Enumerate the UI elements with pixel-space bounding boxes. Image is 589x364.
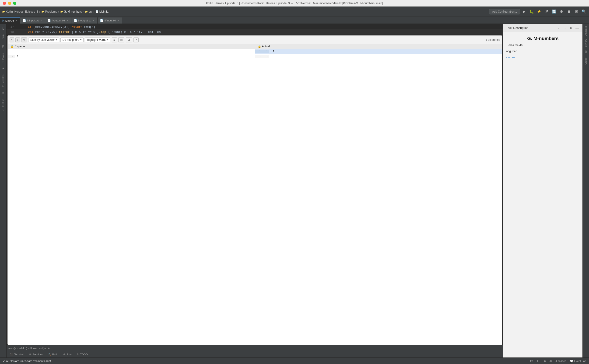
breadcrumb-gmumbers[interactable]: 📁 G. M-numbers — [60, 10, 82, 13]
profile-button[interactable]: ⏱ — [543, 8, 550, 15]
reload-button[interactable]: 🔃 — [551, 8, 557, 15]
folder-icon-3: 📁 — [60, 10, 63, 13]
layout-button[interactable]: ⊞ — [573, 8, 580, 15]
file-icon-3: 📄 — [74, 19, 77, 22]
kotlin-icon: K — [2, 19, 4, 22]
expected-lines[interactable]: 1 1 — [8, 49, 255, 345]
sidebar-sciview[interactable]: SciView — [584, 38, 588, 48]
settings-button[interactable]: ⚙ — [558, 8, 565, 15]
sidebar-task[interactable]: Task — [584, 48, 588, 56]
breadcrumb-src[interactable]: 📁 src — [85, 10, 92, 13]
diff-edit-btn[interactable]: ✎ — [21, 37, 27, 42]
breadcrumb-sep-1: › — [39, 10, 40, 13]
window-title: Kotlin_Heroes_Episode_3 [~/Documents/Kot… — [206, 2, 383, 5]
bottom-tab-terminal[interactable]: ⬛ Terminal — [7, 352, 26, 357]
status-bar: ✓ All files are up-to-date (moments ago)… — [0, 358, 589, 364]
task-panel-header: Task Description ← → ⚙ — — [503, 24, 582, 32]
code-line-18: 18 val res = (1..9).filter { m % it == 0… — [7, 29, 503, 34]
maximize-button[interactable] — [13, 2, 16, 5]
kotlin-file-icon: 📄 — [95, 10, 99, 13]
add-configuration-button[interactable]: Add Configuration... — [489, 9, 520, 14]
diff-help-btn[interactable]: ? — [134, 37, 139, 42]
status-icon: ✓ — [3, 359, 5, 363]
tab-4-input[interactable]: 📄 4/input.txt ✕ — [98, 18, 122, 24]
status-position[interactable]: 1:1 — [530, 359, 534, 363]
activity-label-project[interactable]: 1: Project — [1, 51, 5, 64]
diff-layout-btn[interactable]: ⊞ — [118, 37, 124, 42]
breadcrumb-problems[interactable]: 📁 Problems — [41, 10, 57, 13]
breadcrumb-main[interactable]: 📄 Main.kt — [95, 10, 108, 13]
event-log[interactable]: 💬 Event Log — [570, 359, 586, 363]
breadcrumb-sep-3: › — [83, 10, 84, 13]
diff-nav-down[interactable]: ↓ — [15, 37, 20, 42]
chevron-down-icon: ▾ — [56, 39, 57, 41]
minimize-button[interactable] — [8, 2, 11, 5]
bottom-tab-todo[interactable]: 6: TODO — [74, 352, 90, 357]
expected-line-1: 1 1 — [8, 54, 255, 59]
tab-close-5output[interactable]: ✕ — [92, 19, 95, 22]
sidebar-gradle[interactable]: Gradle — [584, 56, 588, 66]
status-encoding[interactable]: UTF-8 — [544, 359, 552, 363]
build-icon: 🔨 — [48, 353, 51, 356]
activity-label-learn[interactable]: Learn — [1, 33, 5, 42]
task-settings-btn[interactable]: ⚙ — [569, 26, 574, 30]
task-close-btn[interactable]: — — [575, 26, 580, 30]
folder-icon-4: 📁 — [85, 10, 88, 13]
task-problem-title: G. M-numbers — [503, 32, 582, 43]
activity-project[interactable]: P — [0, 44, 6, 49]
ignore-mode-dropdown[interactable]: Do not ignore ▾ — [60, 38, 84, 42]
window-controls[interactable] — [3, 2, 16, 5]
diff-body: 🔒 Expected — [8, 44, 502, 345]
diff-toolbar: ↑ ↓ ✎ Side-by-side viewer ▾ Do not ignor… — [8, 36, 502, 44]
tab-main-kt[interactable]: K Main.kt ✕ — [0, 18, 20, 24]
task-nav-back[interactable]: ← — [556, 26, 562, 30]
actual-lines[interactable]: 1 1 |1 2 2 — [255, 49, 502, 345]
close-button[interactable] — [3, 2, 6, 5]
activity-label-favorites[interactable]: 2: Favorites — [1, 73, 5, 88]
status-indent[interactable]: 4 spaces — [556, 359, 566, 363]
highlight-mode-dropdown[interactable]: Highlight words ▾ — [85, 38, 110, 42]
tab-close-main[interactable]: ✕ — [15, 19, 18, 22]
breadcrumb-project[interactable]: 📁 Kotlin_Heroes_Episode_3 — [2, 10, 38, 13]
status-right: 1:1 LF UTF-8 4 spaces 💬 Event Log — [530, 359, 586, 363]
diff-count: 1 difference — [486, 38, 500, 41]
sidebar-database[interactable]: Database — [584, 25, 588, 38]
bottom-tab-services[interactable]: 8: Services — [27, 352, 45, 357]
tab-5-input[interactable]: 📄 5/input.txt ✕ — [20, 18, 45, 24]
coverage-button[interactable]: ⚡ — [536, 8, 542, 15]
actual-line-1: 1 1 |1 — [255, 49, 502, 54]
activity-label-structure[interactable]: 7: Structure — [1, 98, 5, 112]
tab-4-output[interactable]: 📄 4/output.txt ✕ — [45, 18, 71, 24]
editor-breadcrumb: main() › while (curK >= count(m...)) — [7, 345, 503, 351]
task-nav-forward[interactable]: → — [563, 26, 568, 30]
expected-pane: 🔒 Expected — [8, 44, 255, 345]
activity-favorites[interactable]: ★ — [0, 66, 6, 71]
toolbar-actions: Add Configuration... ▶ 🐛 ⚡ ⏱ 🔃 ⚙ ⏹ ⊞ 🔍 — [489, 8, 587, 15]
debug-button[interactable]: 🐛 — [528, 8, 535, 15]
lock-icon-expected: 🔒 — [11, 45, 14, 48]
status-line-ending[interactable]: LF — [537, 359, 540, 363]
diff-settings-btn[interactable]: ⚙ — [126, 37, 132, 42]
viewer-mode-dropdown[interactable]: Side-by-side viewer ▾ — [28, 38, 59, 42]
activity-structure[interactable]: ≡ — [0, 90, 6, 96]
event-log-icon: 💬 — [570, 359, 573, 363]
tab-close-5input[interactable]: ✕ — [40, 19, 42, 22]
tab-5-output[interactable]: 📄 5/output.txt ✕ — [71, 18, 98, 24]
run-button[interactable]: ▶ — [521, 8, 527, 15]
bottom-tab-build[interactable]: 🔨 Build — [46, 352, 61, 357]
title-bar: Kotlin_Heroes_Episode_3 [~/Documents/Kot… — [0, 0, 589, 6]
file-icon-4: 📄 — [100, 19, 103, 22]
search-button[interactable]: 🔍 — [581, 8, 587, 15]
bottom-tab-bar: ⬛ Terminal 8: Services 🔨 Build 4: Run 6: — [7, 351, 503, 358]
stop-button[interactable]: ⏹ — [566, 8, 572, 15]
tab-close-4output[interactable]: ✕ — [66, 19, 69, 22]
diff-nav-up[interactable]: ↑ — [10, 37, 14, 42]
tab-close-4input[interactable]: ✕ — [117, 19, 120, 22]
code-editor[interactable]: 17 if (mem.containsKey(x)) return mem[x]… — [7, 24, 503, 35]
bottom-tab-run[interactable]: 4: Run — [61, 352, 74, 357]
diff-filter-btn[interactable]: ≡ — [112, 37, 117, 42]
codeforces-link[interactable]: cforces — [506, 56, 515, 59]
editor-and-diff: 17 if (mem.containsKey(x)) return mem[x]… — [7, 24, 503, 358]
activity-learn[interactable]: L — [0, 26, 6, 31]
breadcrumb-sep-2: › — [58, 10, 59, 13]
